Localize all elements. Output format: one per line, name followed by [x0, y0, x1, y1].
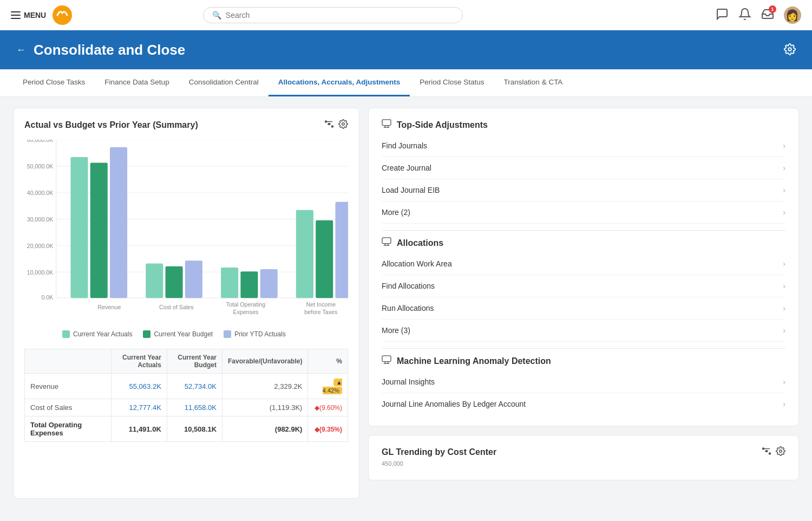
row-actuals-cos[interactable]: 12,777.4K — [112, 399, 167, 416]
svg-text:20,000.0K: 20,000.0K — [27, 243, 54, 249]
svg-text:Revenue: Revenue — [98, 304, 121, 310]
main-content: Actual vs Budget vs Prior Year (Summary) — [0, 97, 812, 510]
top-navigation: MENU 🔍 1 — [0, 0, 812, 30]
user-avatar[interactable]: 👩 — [784, 6, 801, 24]
svg-rect-33 — [296, 210, 313, 298]
svg-point-1 — [788, 48, 791, 51]
svg-rect-29 — [185, 260, 202, 298]
tab-translation[interactable]: Translation & CTA — [494, 69, 573, 96]
chevron-right-icon: › — [783, 259, 785, 268]
hamburger-icon — [11, 11, 21, 19]
gl-y-start-label: 450,000 — [382, 458, 785, 469]
link-create-journal[interactable]: Create Journal › — [382, 157, 785, 179]
svg-rect-28 — [166, 266, 183, 298]
link-label: Find Allocations — [382, 282, 435, 290]
row-actuals-revenue[interactable]: 55,063.2K — [112, 374, 167, 399]
tab-consolidation[interactable]: Consolidation Central — [179, 69, 269, 96]
svg-rect-50 — [382, 356, 391, 362]
link-find-allocations[interactable]: Find Allocations › — [382, 275, 785, 297]
col-header-pct: % — [308, 349, 348, 374]
link-label: Create Journal — [382, 164, 431, 172]
budget-link-cos[interactable]: 11,658.0K — [185, 403, 217, 412]
chat-icon[interactable] — [716, 8, 729, 21]
link-label: Run Allocations — [382, 304, 434, 312]
actuals-link-cos[interactable]: 12,777.4K — [129, 403, 161, 412]
chevron-right-icon: › — [783, 304, 785, 312]
svg-point-57 — [766, 451, 768, 452]
table-row: Total Operating Expenses 11,491.0K 10,50… — [25, 416, 348, 442]
page-header: ← Consolidate and Close — [0, 30, 812, 69]
link-find-journals[interactable]: Find Journals › — [382, 135, 785, 157]
bar-chart: 60,000.0K 50,000.0K 40,000.0K 30,000.0K … — [24, 140, 348, 324]
chevron-right-icon: › — [783, 400, 785, 408]
menu-button[interactable]: MENU — [11, 11, 46, 19]
menu-label: MENU — [24, 11, 46, 19]
search-bar[interactable]: 🔍 — [203, 7, 463, 23]
svg-rect-26 — [110, 147, 127, 298]
link-allocation-work-area[interactable]: Allocation Work Area › — [382, 253, 785, 275]
page-settings-icon[interactable] — [784, 43, 796, 57]
link-run-allocations[interactable]: Run Allocations › — [382, 297, 785, 320]
chevron-right-icon: › — [783, 141, 785, 150]
link-label: More (3) — [382, 326, 410, 335]
row-favorable-opex: (982.9K) — [222, 416, 308, 442]
link-label: Allocation Work Area — [382, 259, 452, 268]
col-header-name — [25, 349, 112, 374]
row-budget-cos[interactable]: 11,658.0K — [167, 399, 222, 416]
ml-title-text: Machine Learning Anomaly Detection — [397, 356, 551, 366]
legend-label-budget: Current Year Budget — [154, 330, 213, 338]
table-row: Revenue 55,063.2K 52,734.0K 2,329.2K ▲ 4… — [25, 374, 348, 399]
nav-right: 1 👩 — [716, 6, 801, 24]
link-load-journal-eib[interactable]: Load Journal EIB › — [382, 179, 785, 201]
svg-rect-25 — [90, 163, 108, 298]
svg-text:Total Operating: Total Operating — [226, 301, 265, 308]
back-button[interactable]: ← — [16, 44, 26, 56]
right-panel: Top-Side Adjustments Find Journals › Cre… — [368, 108, 799, 499]
svg-rect-46 — [382, 238, 391, 244]
topside-section-title: Top-Side Adjustments — [382, 119, 785, 131]
svg-rect-27 — [146, 263, 163, 298]
legend-budget: Current Year Budget — [143, 330, 213, 338]
chart-filter-icon[interactable] — [324, 119, 334, 131]
tab-period-status[interactable]: Period Close Status — [410, 69, 494, 96]
actuals-link-revenue[interactable]: 55,063.2K — [129, 382, 161, 390]
svg-rect-30 — [221, 268, 238, 298]
gl-trending-header: GL Trending by Cost Center — [382, 446, 785, 458]
pct-badge-revenue: ▲ 4.42% — [323, 379, 342, 394]
link-more-topside[interactable]: More (2) › — [382, 201, 785, 224]
nav-left: MENU — [11, 5, 72, 25]
link-journal-line-anomalies[interactable]: Journal Line Anomalies By Ledger Account… — [382, 393, 785, 415]
svg-text:60,000.0K: 60,000.0K — [27, 140, 54, 143]
link-journal-insights[interactable]: Journal Insights › — [382, 371, 785, 393]
svg-rect-42 — [382, 120, 391, 126]
tab-allocations[interactable]: Allocations, Accruals, Adjustments — [269, 69, 410, 96]
link-more-allocations[interactable]: More (3) › — [382, 320, 785, 342]
budget-link-revenue[interactable]: 52,734.0K — [185, 382, 217, 390]
svg-text:0.0K: 0.0K — [41, 294, 53, 301]
svg-text:Cost of Sales: Cost of Sales — [159, 304, 193, 310]
svg-rect-32 — [260, 269, 278, 298]
tab-period-close[interactable]: Period Close Tasks — [13, 69, 95, 96]
tab-finance-data[interactable]: Finance Data Setup — [95, 69, 179, 96]
summary-table: Current Year Actuals Current Year Budget… — [24, 349, 348, 442]
chevron-right-icon: › — [783, 164, 785, 172]
row-budget-revenue[interactable]: 52,734.0K — [167, 374, 222, 399]
bell-icon[interactable] — [738, 8, 751, 21]
chevron-right-icon: › — [783, 208, 785, 217]
svg-rect-31 — [240, 271, 258, 298]
gl-settings-icon[interactable] — [776, 446, 785, 458]
search-input[interactable] — [226, 11, 454, 19]
workday-logo — [53, 5, 72, 25]
svg-text:before Taxes: before Taxes — [304, 309, 337, 315]
gl-filter-icon[interactable] — [762, 446, 771, 458]
row-budget-opex: 10,508.1K — [167, 416, 222, 442]
svg-point-58 — [769, 453, 771, 454]
chart-settings-icon[interactable] — [338, 119, 348, 131]
link-label: Load Journal EIB — [382, 186, 440, 194]
inbox-icon-container: 1 — [761, 8, 774, 22]
chevron-right-icon: › — [783, 326, 785, 335]
left-panel: Actual vs Budget vs Prior Year (Summary) — [13, 108, 359, 499]
allocations-section-icon — [382, 237, 391, 249]
legend-dot-actuals — [62, 330, 70, 338]
legend-dot-prior — [224, 330, 231, 338]
